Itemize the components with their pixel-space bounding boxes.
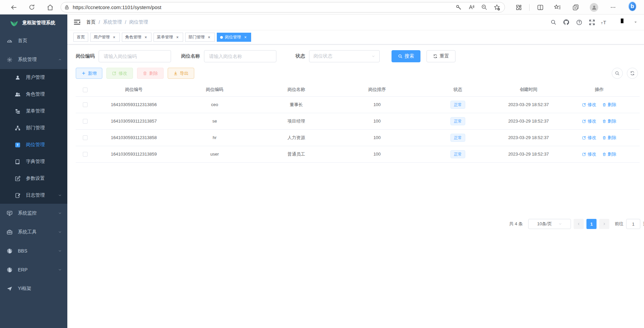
read-aloud-icon[interactable] (467, 3, 476, 12)
tab-menu-mgmt[interactable]: 菜单管理 × (154, 33, 183, 42)
bing-chat-icon[interactable]: b (628, 2, 637, 10)
search-button[interactable]: 搜索 (392, 50, 420, 62)
sidebar-item-user-mgmt[interactable]: 用户管理 (0, 69, 67, 86)
page-size-select[interactable]: 10条/页 (528, 219, 571, 229)
sidebar-item-menu-mgmt[interactable]: 菜单管理 (0, 103, 67, 120)
tab-post-mgmt[interactable]: 岗位管理 × (217, 33, 251, 42)
chevron-down-icon (371, 54, 375, 58)
sidebar-item-post-mgmt[interactable]: 岗位管理 (0, 136, 67, 153)
sidebar: 意框架管理系统 首页 系统管理 (0, 14, 67, 328)
sidebar-item-erp[interactable]: ERP (0, 260, 67, 279)
row-checkbox[interactable] (83, 135, 88, 140)
address-bar[interactable]: https://ccnetcore.com:1101/system/post (61, 2, 505, 12)
breadcrumb-home[interactable]: 首页 (86, 19, 96, 25)
breadcrumb-separator: / (99, 20, 100, 25)
fullscreen-icon[interactable] (588, 19, 596, 26)
sidebar-item-dept-mgmt[interactable]: 部门管理 (0, 120, 67, 136)
sidebar-collapse-icon[interactable] (73, 19, 81, 26)
close-icon[interactable]: × (207, 35, 211, 40)
sidebar-item-label: 部门管理 (26, 125, 62, 131)
row-delete-link[interactable]: 删除 (602, 118, 616, 124)
refresh-table-icon[interactable] (627, 68, 638, 79)
password-key-icon[interactable] (454, 3, 463, 12)
row-edit-link[interactable]: 修改 (582, 151, 596, 157)
sidebar-item-system-monitor[interactable]: 系统监控 (0, 204, 67, 223)
table-toolbar: 新增 修改 删除 导出 (76, 68, 640, 79)
favorite-add-star-icon[interactable] (493, 3, 501, 12)
help-icon[interactable] (575, 19, 583, 26)
table-row[interactable]: 1641030593112313857 se 项目经理 100 正常 2023-… (76, 113, 640, 129)
goto-page-input[interactable] (626, 219, 640, 229)
edit-button[interactable]: 修改 (106, 68, 133, 79)
export-button[interactable]: 导出 (168, 68, 194, 79)
sidebar-item-bbs[interactable]: BBS (0, 241, 67, 260)
sidebar-item-dict-mgmt[interactable]: 字典管理 (0, 153, 67, 170)
current-page-button[interactable]: 1 (586, 219, 597, 229)
extensions-puzzle-icon[interactable] (514, 3, 523, 11)
chevron-down-icon (58, 268, 62, 272)
trash-icon (602, 152, 606, 156)
zoom-out-icon[interactable] (480, 3, 488, 12)
row-edit-link[interactable]: 修改 (582, 102, 596, 108)
breadcrumb-system[interactable]: 系统管理 (103, 19, 122, 25)
browser-menu-dots-icon[interactable] (609, 3, 617, 11)
browser-refresh-icon[interactable] (28, 3, 36, 11)
app-logo-row[interactable]: 意框架管理系统 (0, 14, 67, 31)
add-button[interactable]: 新增 (76, 68, 102, 79)
row-edit-link[interactable]: 修改 (582, 135, 596, 141)
tab-user-mgmt[interactable]: 用户管理 × (90, 33, 120, 42)
post-name-input[interactable] (204, 50, 276, 62)
row-delete-link[interactable]: 删除 (602, 102, 616, 108)
row-delete-link[interactable]: 删除 (602, 135, 616, 141)
collections-icon[interactable] (571, 3, 580, 11)
sidebar-item-label: 岗位管理 (26, 142, 62, 148)
sidebar-item-label: 字典管理 (26, 159, 62, 165)
tab-dept-mgmt[interactable]: 部门管理 × (185, 33, 215, 42)
lock-icon[interactable] (64, 5, 69, 10)
user-avatar[interactable] (617, 17, 628, 28)
font-size-icon[interactable]: TT (601, 19, 608, 26)
url-text[interactable]: https://ccnetcore.com:1101/system/post (73, 4, 450, 10)
table-row[interactable]: 1641030593112313859 user 普通员工 100 正常 202… (76, 146, 640, 162)
close-icon[interactable]: × (143, 35, 148, 40)
next-page-button[interactable] (599, 219, 609, 229)
reset-button[interactable]: 重置 (427, 50, 455, 62)
sidebar-item-label: 参数设置 (26, 175, 62, 182)
sidebar-item-param-settings[interactable]: 参数设置 (0, 170, 67, 187)
sidebar-item-yi-framework[interactable]: Yi框架 (0, 279, 67, 298)
status-badge: 正常 (450, 134, 465, 142)
header-search-icon[interactable] (550, 19, 557, 26)
toggle-search-icon[interactable] (612, 68, 623, 79)
sidebar-item-log-mgmt[interactable]: 日志管理 (0, 187, 67, 204)
close-icon[interactable]: × (175, 35, 180, 40)
row-edit-link[interactable]: 修改 (582, 118, 596, 124)
row-checkbox[interactable] (83, 102, 88, 107)
user-menu-caret-icon[interactable] (634, 21, 637, 24)
status-select[interactable]: 岗位状态 (309, 50, 380, 62)
tab-role-mgmt[interactable]: 角色管理 × (122, 33, 151, 42)
table-row[interactable]: 1641030593112313856 ceo 董事长 100 正常 2023-… (76, 96, 640, 113)
sidebar-item-system-tools[interactable]: 系统工具 (0, 223, 67, 241)
row-delete-link[interactable]: 删除 (602, 151, 616, 157)
prev-page-button[interactable] (574, 219, 584, 229)
row-checkbox[interactable] (83, 119, 88, 124)
split-screen-icon[interactable] (536, 3, 544, 11)
row-checkbox[interactable] (83, 152, 88, 157)
tab-home[interactable]: 首页 (73, 33, 88, 42)
post-code-input[interactable] (99, 50, 171, 62)
favorites-bar-icon[interactable] (553, 3, 562, 11)
cell-post-code: ceo (173, 96, 256, 113)
browser-home-icon[interactable] (46, 3, 54, 11)
browser-profile-avatar[interactable] (590, 3, 598, 11)
select-all-checkbox[interactable] (83, 88, 88, 92)
search-form: 岗位编码 岗位名称 状态 岗位状态 搜索 重置 (76, 50, 640, 62)
sidebar-item-role-mgmt[interactable]: 角色管理 (0, 86, 67, 103)
delete-button[interactable]: 删除 (137, 68, 164, 79)
close-icon[interactable]: × (243, 35, 248, 40)
sidebar-item-home[interactable]: 首页 (0, 31, 67, 50)
close-icon[interactable]: × (112, 35, 116, 40)
sidebar-item-system-mgmt[interactable]: 系统管理 (0, 50, 67, 69)
github-icon[interactable] (563, 19, 570, 26)
table-row[interactable]: 1641030593112313858 hr 人力资源 100 正常 2023-… (76, 129, 640, 146)
browser-back-icon[interactable] (9, 3, 18, 11)
